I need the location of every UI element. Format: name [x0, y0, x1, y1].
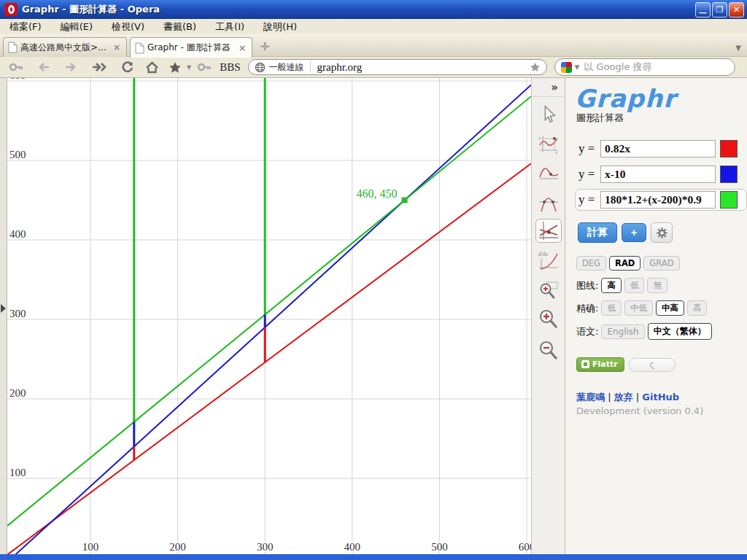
- menu-edit[interactable]: 編輯(E): [51, 19, 102, 34]
- fast-forward-icon[interactable]: [91, 62, 109, 72]
- menu-help[interactable]: 說明(H): [254, 19, 306, 34]
- address-toolbar: ▼ BBS 一般連線 graphr.org ▼ 以 Google 搜尋: [0, 57, 747, 78]
- globe-icon: [255, 62, 266, 73]
- address-field[interactable]: 一般連線 graphr.org: [248, 59, 547, 75]
- intersection-tool-icon[interactable]: [535, 219, 562, 243]
- connection-type-label[interactable]: 一般連線: [269, 61, 304, 74]
- wand-key-icon[interactable]: [9, 62, 23, 72]
- y-axis-label: 200: [9, 387, 26, 399]
- language-group: 语文: English 中文（繁体）: [576, 323, 747, 340]
- x-axis-label: 100: [82, 541, 99, 553]
- intersection-point-label: 460, 450: [357, 187, 398, 200]
- graph-canvas[interactable]: 100200300400500600100200300400500600460,…: [7, 78, 531, 554]
- grad-button[interactable]: GRAD: [643, 256, 679, 271]
- menu-tools[interactable]: 工具(I): [206, 19, 254, 34]
- menu-view[interactable]: 檢視(V): [102, 19, 154, 34]
- intersection-point-marker[interactable]: [402, 198, 408, 203]
- extremum-tool-icon[interactable]: [535, 160, 562, 184]
- tab-list-chevron-icon[interactable]: ▼: [735, 44, 741, 52]
- derivative-tool-icon[interactable]: d/dx: [535, 248, 562, 272]
- tab-highway-bureau[interactable]: 高速公路局中文版>便...... ×: [3, 37, 127, 57]
- equation-input-1[interactable]: [600, 140, 716, 158]
- tab-close-icon[interactable]: ×: [112, 42, 122, 52]
- bookmarks-caret-icon[interactable]: ▼: [187, 64, 191, 71]
- zoom-selection-tool-icon[interactable]: [535, 277, 562, 301]
- menu-file[interactable]: 檔案(F): [0, 19, 51, 34]
- app-logo: Graphr: [575, 84, 747, 113]
- key-icon[interactable]: [197, 62, 212, 72]
- y-axis-label: 300: [9, 308, 26, 319]
- abandon-link[interactable]: 放弃: [614, 392, 633, 402]
- sidebar: Graphr 圖形計算器 y = y = y = 計算 + DEG RAD GR…: [566, 78, 747, 554]
- trace-point-tool-icon[interactable]: yx: [535, 131, 562, 155]
- flattr-label: Flattr: [592, 359, 618, 369]
- github-link[interactable]: GitHub: [642, 392, 679, 402]
- back-icon[interactable]: [37, 62, 50, 72]
- settings-button[interactable]: [651, 222, 673, 243]
- url-text[interactable]: graphr.org: [317, 61, 530, 74]
- color-swatch-red[interactable]: [720, 140, 738, 158]
- bookmark-page-star-icon[interactable]: [530, 62, 541, 72]
- quality-low-button[interactable]: 低: [624, 278, 645, 293]
- palette-collapse-button[interactable]: »: [532, 78, 565, 97]
- quality-none-button[interactable]: 無: [647, 278, 667, 293]
- title-bar: Graphr - 圖形計算器 - Opera — ❐ ✕: [0, 0, 747, 19]
- curve-180*1.2+(x-200)*0.9: [7, 96, 531, 526]
- minimize-button[interactable]: —: [695, 2, 711, 18]
- opera-logo-icon: [4, 3, 18, 16]
- flattr-button[interactable]: Flattr: [576, 357, 624, 372]
- precision-medhigh-button[interactable]: 中高: [656, 300, 684, 316]
- quality-high-button[interactable]: 高: [601, 278, 622, 293]
- menu-bookmarks[interactable]: 書籤(B): [154, 19, 206, 34]
- add-equation-button[interactable]: +: [622, 223, 646, 242]
- precision-group: 精确: 低 中低 中高 高: [576, 300, 747, 316]
- bbs-bookmark[interactable]: BBS: [220, 61, 240, 74]
- panel-toggle-icon[interactable]: [1, 304, 6, 313]
- y-axis-label: 400: [9, 228, 26, 240]
- color-swatch-blue[interactable]: [720, 166, 738, 183]
- new-tab-button[interactable]: ✛: [257, 39, 273, 54]
- reload-icon[interactable]: [121, 61, 134, 74]
- app-subtitle: 圖形計算器: [576, 112, 747, 125]
- zoom-in-tool-icon[interactable]: [535, 306, 562, 330]
- equation-input-2[interactable]: [600, 166, 716, 183]
- restore-button[interactable]: ❐: [712, 2, 727, 18]
- window-bottom-border: [0, 554, 747, 560]
- equation-label: y =: [578, 167, 600, 182]
- google-search-box[interactable]: ▼ 以 Google 搜尋: [554, 58, 735, 76]
- precision-label: 精确:: [576, 302, 598, 315]
- flattr-icon: [581, 360, 589, 368]
- footer-links: 葉鹿鳴 | 放弃 | GitHub: [576, 391, 747, 404]
- x-axis-label: 500: [431, 541, 448, 553]
- author-link[interactable]: 葉鹿鳴: [576, 392, 605, 402]
- bookmarks-star-icon[interactable]: [169, 61, 182, 74]
- language-label: 语文:: [576, 325, 598, 338]
- roots-tool-icon[interactable]: [535, 190, 562, 214]
- rad-button[interactable]: RAD: [609, 256, 640, 271]
- equation-input-3[interactable]: [600, 191, 716, 209]
- graph-quality-label: 图线:: [576, 279, 598, 292]
- calculate-button[interactable]: 計算: [578, 222, 617, 243]
- x-axis-label: 200: [169, 541, 186, 553]
- link-separator: |: [608, 392, 611, 402]
- precision-medlow-button[interactable]: 中低: [624, 300, 653, 316]
- precision-low-button[interactable]: 低: [601, 300, 622, 316]
- x-axis-label: 600: [519, 541, 531, 553]
- zoom-out-tool-icon[interactable]: [535, 338, 562, 362]
- search-engine-caret-icon[interactable]: ▼: [575, 63, 580, 71]
- search-placeholder: 以 Google 搜尋: [584, 61, 651, 74]
- language-english-button[interactable]: English: [601, 324, 644, 339]
- color-swatch-green[interactable]: [720, 191, 738, 209]
- gear-icon: [656, 227, 668, 239]
- pointer-tool-icon[interactable]: [535, 102, 562, 126]
- close-button[interactable]: ✕: [729, 2, 744, 18]
- equation-row-3: y =: [575, 189, 747, 211]
- tab-close-icon[interactable]: ×: [237, 43, 247, 53]
- graph-plot[interactable]: 100200300400500600100200300400500600460,…: [7, 78, 531, 554]
- tab-graphr[interactable]: Graphr - 圖形計算器 ×: [130, 37, 252, 58]
- home-icon[interactable]: [145, 61, 159, 74]
- precision-high-button[interactable]: 高: [687, 300, 708, 316]
- language-chinese-button[interactable]: 中文（繁体）: [648, 323, 712, 340]
- forward-icon[interactable]: [64, 62, 77, 72]
- deg-button[interactable]: DEG: [576, 256, 606, 271]
